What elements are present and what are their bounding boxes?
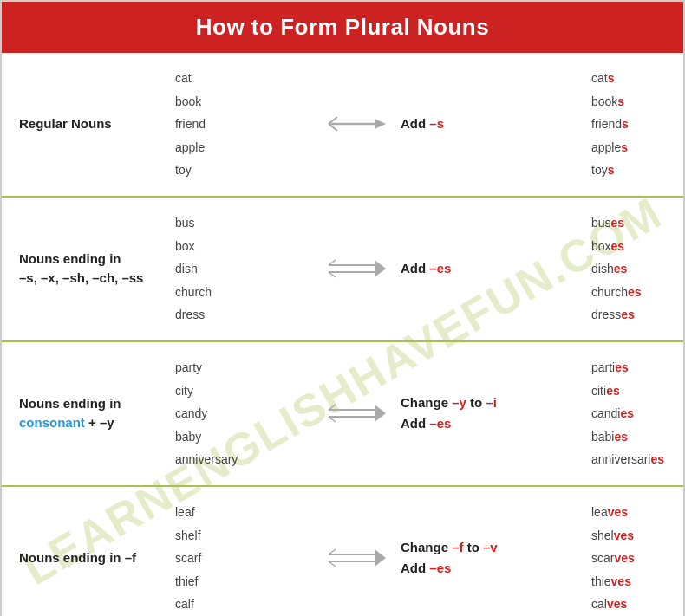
main-card: How to Form Plural Nouns LEARNENGLISHHAV… [0, 0, 685, 616]
category-regular: Regular Nouns [10, 114, 166, 134]
rule-sxshchss: Add –es [392, 258, 583, 279]
words-sxshchss: busboxdishchurchdress [166, 211, 323, 327]
rule-consonant-y: Change –y to –iAdd –es [392, 392, 583, 434]
words-f: leafshelfscarfthiefcalf [166, 501, 323, 616]
category-consonant-y: Nouns ending inconsonant + –y [10, 394, 166, 433]
rule-regular: Add –s [392, 113, 583, 134]
words-consonant-y: partycitycandybabyanniversary [166, 356, 323, 471]
svg-marker-11 [375, 405, 386, 422]
words-regular: catbookfriendappletoy [166, 67, 323, 182]
arrow-consonant-y [323, 401, 392, 425]
card-body: LEARNENGLISHHAVEFUN.COM Regular Nouns ca… [2, 53, 683, 616]
arrow-f [323, 546, 392, 570]
row-sxshchss: Nouns ending in–s, –x, –sh, –ch, –ss bus… [2, 198, 683, 342]
row-consonant-y: Nouns ending inconsonant + –y partycityc… [2, 342, 683, 487]
category-sxshchss: Nouns ending in–s, –x, –sh, –ch, –ss [10, 250, 166, 289]
plurals-regular: cats books friends apples toys [583, 67, 683, 182]
svg-marker-6 [375, 260, 386, 277]
svg-marker-16 [375, 549, 386, 567]
row-regular: Regular Nouns catbookfriendappletoy Add … [2, 53, 683, 198]
svg-marker-1 [375, 119, 386, 129]
plurals-consonant-y: parties cities candies babies anniversar… [583, 356, 683, 471]
row-f: Nouns ending in –f leafshelfscarfthiefca… [2, 487, 683, 616]
plurals-sxshchss: buses boxes dishes churches dresses [583, 211, 683, 327]
card-header: How to Form Plural Nouns [2, 2, 683, 53]
arrow-regular [323, 112, 392, 136]
category-f: Nouns ending in –f [10, 548, 166, 568]
arrow-sxshchss [323, 256, 392, 281]
rule-f: Change –f to –vAdd –es [392, 537, 583, 579]
plurals-f: leaves shelves scarves thieves calves [583, 501, 683, 616]
card-title: How to Form Plural Nouns [196, 14, 489, 40]
